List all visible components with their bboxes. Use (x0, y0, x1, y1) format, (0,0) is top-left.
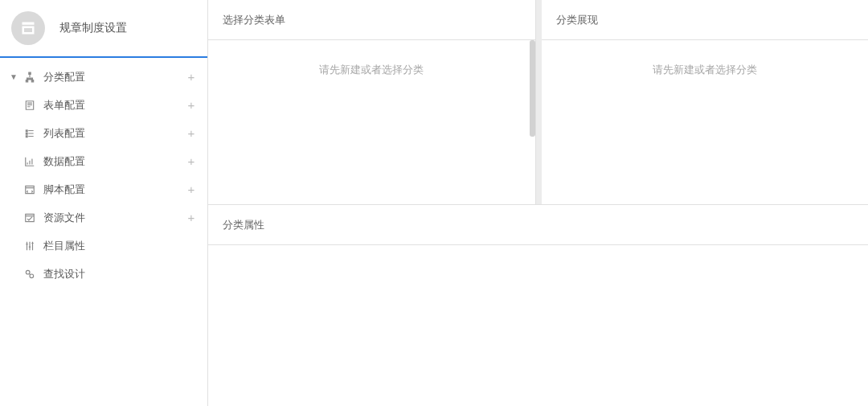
pane-select-form-placeholder: 请先新建或者选择分类 (208, 40, 535, 77)
sidebar-title: 规章制度设置 (59, 21, 127, 35)
sidebar: 规章制度设置 ▼ 分类配置 + ▼ 表单配置 + ▼ (0, 0, 208, 406)
pane-select-form-header: 选择分类表单 (208, 0, 535, 40)
pane-properties-body (208, 245, 868, 406)
pane-display-header: 分类展现 (542, 0, 869, 40)
sidebar-item-form-config[interactable]: ▼ 表单配置 + (0, 91, 207, 119)
add-button[interactable]: + (185, 126, 198, 140)
pane-display: 分类展现 请先新建或者选择分类 (542, 0, 869, 204)
sidebar-item-label: 分类配置 (43, 70, 185, 84)
svg-point-1 (30, 274, 34, 278)
sidebar-item-label: 数据配置 (43, 154, 185, 169)
sidebar-item-label: 列表配置 (43, 126, 185, 141)
list-icon (24, 128, 35, 139)
sidebar-item-label: 资源文件 (43, 211, 185, 225)
pane-divider[interactable] (535, 0, 542, 204)
sidebar-item-label: 查找设计 (43, 267, 185, 281)
sliders-icon (24, 240, 35, 252)
pane-display-placeholder: 请先新建或者选择分类 (542, 40, 869, 77)
sidebar-item-data-config[interactable]: ▼ 数据配置 + (0, 147, 207, 175)
logo-icon (20, 20, 36, 36)
pane-display-body: 请先新建或者选择分类 (542, 40, 869, 204)
scrollbar-thumb[interactable] (530, 40, 535, 137)
sidebar-item-category-config[interactable]: ▼ 分类配置 + (0, 63, 207, 91)
main-area: 选择分类表单 请先新建或者选择分类 分类展现 请先新建或者选择分类 分类属性 (208, 0, 868, 406)
pane-properties-header: 分类属性 (208, 205, 868, 245)
chart-icon (24, 156, 35, 167)
sidebar-header: 规章制度设置 (0, 0, 207, 58)
sidebar-item-search-design[interactable]: ▼ 查找设计 + (0, 260, 207, 288)
sidebar-item-column-properties[interactable]: ▼ 栏目属性 + (0, 232, 207, 260)
sidebar-item-list-config[interactable]: ▼ 列表配置 + (0, 119, 207, 147)
top-panes: 选择分类表单 请先新建或者选择分类 分类展现 请先新建或者选择分类 (208, 0, 868, 205)
pane-select-form: 选择分类表单 请先新建或者选择分类 (208, 0, 535, 204)
app-logo (11, 11, 45, 45)
sidebar-item-label: 栏目属性 (43, 239, 185, 253)
sidebar-item-resource-files[interactable]: ▼ 资源文件 + (0, 203, 207, 232)
sidebar-item-label: 脚本配置 (43, 182, 185, 197)
caret-down-icon[interactable]: ▼ (8, 72, 19, 81)
sidebar-item-label: 表单配置 (43, 98, 185, 113)
sitemap-icon (24, 72, 35, 83)
pane-properties: 分类属性 (208, 205, 868, 406)
script-icon (24, 184, 35, 195)
form-icon (24, 100, 35, 111)
add-button[interactable]: + (185, 182, 198, 196)
search-icon (24, 269, 35, 280)
add-button[interactable]: + (185, 98, 198, 112)
svg-point-0 (26, 270, 30, 274)
app-root: 规章制度设置 ▼ 分类配置 + ▼ 表单配置 + ▼ (0, 0, 868, 406)
add-button[interactable]: + (185, 211, 198, 224)
pane-select-form-body: 请先新建或者选择分类 (208, 40, 535, 204)
add-button[interactable]: + (185, 154, 198, 168)
file-icon (24, 212, 35, 224)
sidebar-list: ▼ 分类配置 + ▼ 表单配置 + ▼ 列表配置 (0, 58, 207, 288)
sidebar-item-script-config[interactable]: ▼ 脚本配置 + (0, 175, 207, 203)
add-button[interactable]: + (185, 70, 198, 84)
